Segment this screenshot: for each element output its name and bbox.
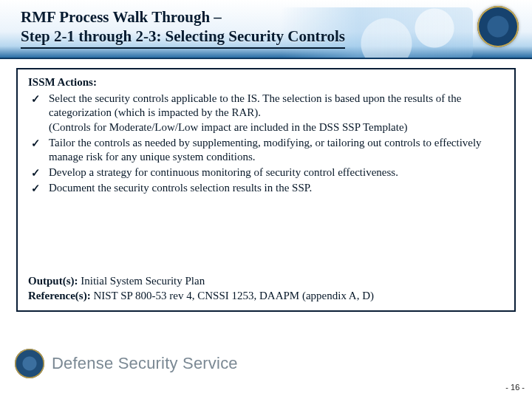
list-item: Develop a strategy for continuous monito… xyxy=(28,165,504,180)
slide-title: RMF Process Walk Through – Step 2-1 thro… xyxy=(21,7,532,49)
outputs-value: Initial System Security Plan xyxy=(78,275,205,287)
list-item: Document the security controls selection… xyxy=(28,180,504,196)
title-line-1: RMF Process Walk Through – xyxy=(21,7,532,27)
footer-seal-icon xyxy=(15,349,44,378)
slide: RMF Process Walk Through – Step 2-1 thro… xyxy=(0,0,532,399)
list-item: Tailor the controls as needed by supplem… xyxy=(28,135,504,165)
action-text: Tailor the controls as needed by supplem… xyxy=(49,137,482,163)
page-number: - 16 - xyxy=(505,383,525,392)
outputs-label: Output(s): xyxy=(28,275,78,287)
references-value: NIST SP 800-53 rev 4, CNSSI 1253, DAAPM … xyxy=(91,290,374,301)
references-label: Reference(s): xyxy=(28,290,91,301)
content-box: ISSM Actions: Select the security contro… xyxy=(16,68,516,312)
action-text: Document the security controls selection… xyxy=(49,182,312,194)
action-text: Select the security controls applicable … xyxy=(49,92,461,132)
outputs-block: Output(s): Initial System Security Plan … xyxy=(28,274,504,303)
title-line-2: Step 2-1 through 2-3: Selecting Security… xyxy=(21,27,345,49)
actions-list: Select the security controls applicable … xyxy=(28,91,504,196)
outputs-line: Output(s): Initial System Security Plan xyxy=(28,274,504,289)
slide-footer: Defense Security Service - 16 - xyxy=(0,346,532,399)
list-item: Select the security controls applicable … xyxy=(28,91,504,135)
references-line: Reference(s): NIST SP 800-53 rev 4, CNSS… xyxy=(28,289,504,304)
action-text: Develop a strategy for continuous monito… xyxy=(49,166,398,178)
slide-header: RMF Process Walk Through – Step 2-1 thro… xyxy=(0,0,532,59)
actions-label: ISSM Actions: xyxy=(28,75,504,89)
footer-org: Defense Security Service xyxy=(52,354,238,373)
footer-logo: Defense Security Service xyxy=(15,349,238,378)
